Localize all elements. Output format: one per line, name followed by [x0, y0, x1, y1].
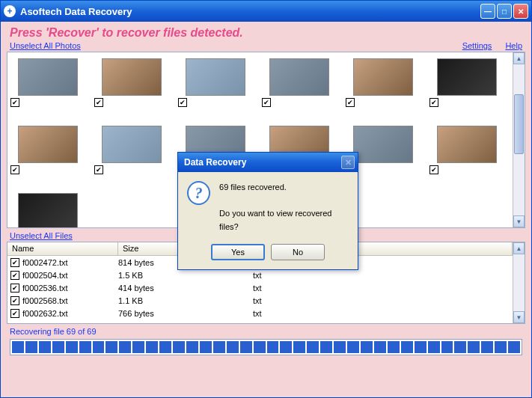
- photo-thumb[interactable]: ✔: [346, 58, 415, 112]
- thumb-image[interactable]: [353, 58, 413, 96]
- yes-button[interactable]: Yes: [211, 244, 265, 260]
- photo-thumb[interactable]: ✔: [429, 58, 498, 112]
- progress-segment: [159, 341, 171, 353]
- thumb-checkbox[interactable]: ✔: [10, 165, 19, 174]
- thumb-image[interactable]: [18, 58, 78, 96]
- progress-segment: [347, 341, 359, 353]
- file-name: f0002472.txt: [22, 258, 118, 267]
- progress-segment: [106, 341, 117, 353]
- scroll-down-icon[interactable]: ▼: [513, 215, 525, 227]
- progress-segment: [267, 341, 279, 353]
- help-link[interactable]: Help: [505, 41, 522, 50]
- app-icon: +: [4, 5, 16, 17]
- question-icon: ?: [187, 181, 210, 205]
- dialog-title: Data Recovery: [181, 157, 341, 168]
- thumb-checkbox[interactable]: ✔: [429, 165, 438, 174]
- settings-link[interactable]: Settings: [462, 41, 492, 50]
- scroll-down-icon[interactable]: ▼: [513, 311, 525, 323]
- progress-segment: [66, 341, 78, 353]
- photo-scrollbar[interactable]: ▲ ▼: [513, 52, 525, 227]
- progress-segment: [52, 341, 64, 353]
- progress-segment: [508, 341, 520, 353]
- progress-segment: [495, 341, 507, 353]
- progress-segment: [200, 341, 212, 353]
- progress-segment: [361, 341, 373, 353]
- titlebar: + Asoftech Data Recovery — □ ✕: [1, 1, 531, 22]
- dialog-line2: Do you want to view recovered files?: [219, 207, 349, 233]
- progress-segment: [186, 341, 198, 353]
- col-name[interactable]: Name: [7, 242, 118, 255]
- progress-segment: [213, 341, 225, 353]
- minimize-button[interactable]: —: [480, 4, 495, 19]
- unselect-photos-link[interactable]: Unselect All Photos: [10, 41, 81, 50]
- photo-thumb[interactable]: ✔: [10, 193, 79, 227]
- progress-segment: [93, 341, 105, 353]
- file-row[interactable]: ✔f0002568.txt1.1 KBtxt: [7, 294, 513, 307]
- photo-thumb[interactable]: ✔: [94, 58, 163, 112]
- progress-segment: [481, 341, 493, 353]
- file-checkbox[interactable]: ✔: [10, 309, 19, 318]
- thumb-checkbox[interactable]: ✔: [346, 98, 355, 107]
- status-text: Recovering file 69 of 69: [7, 324, 525, 337]
- thumb-image[interactable]: [102, 126, 162, 163]
- file-row[interactable]: ✔f0002632.txt766 bytestxt: [7, 307, 513, 319]
- progress-segment: [401, 341, 413, 353]
- scroll-track[interactable]: [513, 64, 525, 215]
- file-size: 766 bytes: [118, 309, 253, 318]
- scroll-up-icon[interactable]: ▲: [513, 242, 525, 254]
- file-name: f0002504.txt: [22, 271, 118, 280]
- photo-thumb[interactable]: ✔: [429, 126, 498, 180]
- progress-segment: [468, 341, 480, 353]
- thumb-checkbox[interactable]: ✔: [94, 98, 103, 107]
- maximize-button[interactable]: □: [497, 4, 512, 19]
- progress-segment: [441, 341, 453, 353]
- file-checkbox[interactable]: ✔: [10, 284, 19, 293]
- thumb-image[interactable]: [186, 58, 245, 96]
- thumb-image[interactable]: [18, 126, 78, 163]
- scroll-up-icon[interactable]: ▲: [513, 52, 525, 64]
- no-button[interactable]: No: [271, 244, 325, 260]
- photo-thumb[interactable]: ✔: [178, 58, 247, 112]
- file-checkbox[interactable]: ✔: [10, 271, 19, 280]
- progress-segment: [307, 341, 319, 353]
- progress-segment: [280, 341, 292, 353]
- file-size: 1.5 KB: [118, 271, 253, 280]
- close-button[interactable]: ✕: [513, 4, 528, 19]
- scroll-track[interactable]: [513, 254, 525, 311]
- hint-text: Press 'Recover' to recover files detecte…: [10, 26, 525, 40]
- thumb-checkbox[interactable]: ✔: [178, 98, 187, 107]
- progress-bar: [10, 339, 522, 355]
- file-size: 414 bytes: [118, 284, 253, 293]
- photo-thumb[interactable]: ✔: [10, 58, 79, 112]
- progress-segment: [119, 341, 131, 353]
- progress-segment: [25, 341, 37, 353]
- thumb-image[interactable]: [102, 58, 162, 96]
- unselect-files-link[interactable]: Unselect All Files: [10, 231, 73, 240]
- photo-thumb[interactable]: ✔: [10, 126, 79, 180]
- progress-segment: [388, 341, 400, 353]
- thumb-checkbox[interactable]: ✔: [262, 98, 271, 107]
- thumb-checkbox[interactable]: ✔: [429, 98, 438, 107]
- file-scrollbar[interactable]: ▲ ▼: [513, 242, 525, 323]
- scroll-thumb[interactable]: [514, 94, 524, 154]
- thumb-checkbox[interactable]: ✔: [10, 98, 19, 107]
- file-checkbox[interactable]: ✔: [10, 258, 19, 267]
- photo-thumb[interactable]: ✔: [262, 58, 331, 112]
- dialog-close-button[interactable]: ✕: [341, 156, 355, 169]
- thumb-image[interactable]: [18, 193, 78, 227]
- progress-segment: [12, 341, 24, 353]
- thumb-image[interactable]: [269, 58, 329, 96]
- progress-segment: [374, 341, 386, 353]
- thumb-image[interactable]: [437, 58, 497, 96]
- thumb-image[interactable]: [437, 126, 497, 163]
- thumb-image[interactable]: [353, 126, 413, 163]
- progress-segment: [415, 341, 426, 353]
- file-checkbox[interactable]: ✔: [10, 296, 19, 305]
- photo-thumb[interactable]: ✔: [94, 126, 163, 180]
- file-row[interactable]: ✔f0002504.txt1.5 KBtxt: [7, 269, 513, 281]
- thumb-checkbox[interactable]: ✔: [94, 165, 103, 174]
- file-row[interactable]: ✔f0002536.txt414 bytestxt: [7, 281, 513, 294]
- file-name: f0002632.txt: [22, 309, 118, 318]
- progress-segment: [146, 341, 158, 353]
- file-ext: txt: [253, 309, 358, 318]
